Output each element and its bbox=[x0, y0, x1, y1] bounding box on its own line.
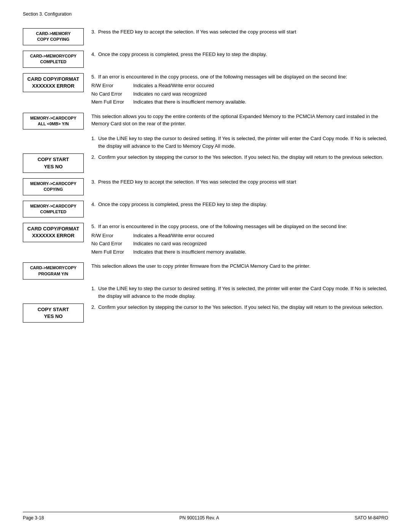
content-area: CARD->MEMORYCOPY COPYING3. Press the FEE… bbox=[23, 28, 388, 328]
description-row2: 4. Once the copy process is completed, p… bbox=[84, 51, 388, 58]
lcd-box-row9: CARD->MEMORYCOPYPROGRAM Y/N bbox=[23, 262, 84, 280]
lcd-box-row3: CARD COPY/FORMATXXXXXXX ERROR bbox=[23, 73, 84, 92]
lcd-box-row4: MEMORY->CARDCOPYALL <0MB> Y/N bbox=[23, 113, 84, 130]
lcd-box-row2: CARD->MEMORYCOPYCOMPLETED bbox=[23, 51, 84, 68]
footer-right: SATO M-84PRO bbox=[355, 515, 388, 521]
num-row-row4-0: 1.Use the LINE key to step the cursor to… bbox=[23, 135, 388, 150]
lcd-box-row5: COPY STARTYES NO bbox=[23, 153, 84, 173]
description-row5: 2. Confirm your selection by stepping th… bbox=[84, 153, 388, 161]
description-row1: 3. Press the FEED key to accept the sele… bbox=[84, 28, 388, 36]
footer-center: PN 9001105 Rev. A bbox=[179, 515, 219, 521]
intro-row-row9: CARD->MEMORYCOPYPROGRAM Y/NThis selectio… bbox=[23, 262, 388, 280]
lcd-box-row6: MEMORY->CARDCOPYCOPYING bbox=[23, 178, 84, 195]
content-row-row2: CARD->MEMORYCOPYCOMPLETED4. Once the cop… bbox=[23, 51, 388, 68]
footer-left: Page 3-18 bbox=[23, 515, 44, 521]
intro-desc-row9: This selection allows the user to copy p… bbox=[84, 262, 388, 270]
content-row-row3: CARD COPY/FORMATXXXXXXX ERROR5. If an er… bbox=[23, 73, 388, 107]
content-row-row8: CARD COPY/FORMATXXXXXXX ERROR5. If an er… bbox=[23, 223, 388, 257]
lcd-box-row10: COPY STARTYES NO bbox=[23, 304, 84, 323]
intro-desc-row4: This selection allows you to copy the en… bbox=[84, 113, 388, 128]
description-row10: 2. Confirm your selection by stepping th… bbox=[84, 304, 388, 311]
intro-row-row4: MEMORY->CARDCOPYALL <0MB> Y/NThis select… bbox=[23, 113, 388, 130]
content-row-row7: MEMORY->CARDCOPYCOMPLETED4. Once the cop… bbox=[23, 201, 388, 218]
description-row7: 4. Once the copy process is completed, p… bbox=[84, 201, 388, 208]
num-row-row9-0: 1.Use the LINE key to step the cursor to… bbox=[23, 285, 388, 300]
content-row-row6: MEMORY->CARDCOPYCOPYING3. Press the FEED… bbox=[23, 178, 388, 195]
lcd-box-row1: CARD->MEMORYCOPY COPYING bbox=[23, 28, 84, 45]
content-row-row10: COPY STARTYES NO2. Confirm your selectio… bbox=[23, 304, 388, 323]
description-row6: 3. Press the FEED key to accept the sele… bbox=[84, 178, 388, 186]
content-row-row1: CARD->MEMORYCOPY COPYING3. Press the FEE… bbox=[23, 28, 388, 45]
description-row8: 5. If an error is encountered in the cop… bbox=[84, 223, 388, 257]
lcd-box-row7: MEMORY->CARDCOPYCOMPLETED bbox=[23, 201, 84, 218]
description-row3: 5. If an error is encountered in the cop… bbox=[84, 73, 388, 107]
content-row-row5: COPY STARTYES NO2. Confirm your selectio… bbox=[23, 153, 388, 173]
lcd-box-row8: CARD COPY/FORMATXXXXXXX ERROR bbox=[23, 223, 84, 242]
page-footer: Page 3-18 PN 9001105 Rev. A SATO M-84PRO bbox=[23, 512, 388, 521]
page-header: Section 3. Configuration bbox=[23, 11, 388, 17]
